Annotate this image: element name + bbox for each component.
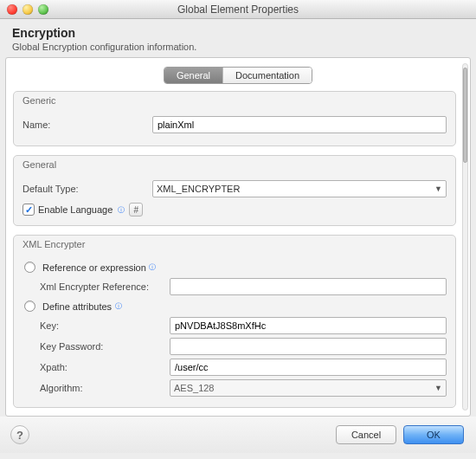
key-password-input[interactable]	[170, 338, 447, 355]
group-xml-encrypter-legend: XML Encrypter	[23, 239, 85, 249]
key-label: Key:	[40, 320, 170, 331]
page-header: Encryption Global Encryption configurati…	[0, 19, 476, 57]
key-input[interactable]	[170, 317, 447, 334]
reference-radio-row: Reference or expression ⓘ	[24, 262, 447, 273]
scrollbar[interactable]	[462, 63, 468, 411]
define-attr-radio-row: Define attributes ⓘ	[24, 301, 447, 312]
enable-language-label: Enable Language	[38, 204, 113, 215]
hash-icon: #	[133, 205, 138, 215]
help-button[interactable]: ?	[10, 425, 29, 444]
info-icon[interactable]: ⓘ	[148, 262, 158, 272]
group-generic-legend: Generic	[23, 95, 56, 106]
name-input[interactable]	[152, 116, 447, 133]
define-attr-radio[interactable]	[24, 301, 35, 312]
expression-button[interactable]: #	[129, 203, 143, 217]
reference-field-label: Xml Encrypter Reference:	[40, 281, 170, 292]
default-type-value: XML_ENCRYPTER	[157, 184, 431, 194]
chevron-down-icon: ▼	[431, 184, 442, 193]
group-generic: Generic Name:	[13, 91, 456, 146]
reference-radio[interactable]	[24, 262, 35, 273]
check-icon: ✓	[25, 204, 33, 216]
key-password-label: Key Password:	[40, 341, 170, 352]
scroll-thumb[interactable]	[463, 68, 467, 163]
default-type-label: Default Type:	[23, 184, 152, 194]
algorithm-label: Algorithm:	[40, 383, 170, 393]
page-title: Encryption	[12, 26, 464, 40]
cancel-button[interactable]: Cancel	[336, 425, 396, 444]
chevron-down-icon: ▼	[431, 384, 442, 392]
tab-general[interactable]: General	[164, 68, 223, 83]
xpath-label: Xpath:	[40, 362, 170, 372]
xpath-input[interactable]	[170, 359, 447, 376]
window-title: Global Element Properties	[0, 3, 476, 16]
algorithm-select[interactable]: AES_128 ▼	[170, 379, 447, 397]
footer: ? Cancel OK	[0, 417, 476, 453]
tab-group: General Documentation	[164, 67, 312, 84]
titlebar: Global Element Properties	[0, 0, 476, 19]
tabs-row: General Documentation	[13, 63, 463, 91]
define-attr-radio-label: Define attributes	[42, 301, 112, 312]
reference-radio-label: Reference or expression	[42, 262, 146, 273]
reference-input[interactable]	[170, 278, 447, 295]
name-label: Name:	[23, 120, 152, 130]
group-xml-encrypter: XML Encrypter Reference or expression ⓘ …	[13, 235, 456, 408]
info-icon[interactable]: ⓘ	[113, 301, 123, 311]
content-panel: General Documentation Generic Name: Gene…	[5, 57, 471, 417]
page-subtitle: Global Encryption configuration informat…	[12, 42, 464, 52]
enable-language-row: ✓ Enable Language ⓘ #	[23, 203, 447, 217]
ok-button[interactable]: OK	[403, 425, 464, 444]
enable-language-checkbox[interactable]: ✓	[23, 204, 35, 216]
group-general: General Default Type: XML_ENCRYPTER ▼ ✓ …	[13, 155, 456, 226]
algorithm-value: AES_128	[174, 383, 431, 393]
tab-documentation[interactable]: Documentation	[223, 68, 312, 83]
group-general-legend: General	[23, 159, 56, 170]
default-type-select[interactable]: XML_ENCRYPTER ▼	[152, 180, 447, 197]
question-icon: ?	[16, 429, 23, 442]
info-icon[interactable]: ⓘ	[116, 205, 125, 215]
